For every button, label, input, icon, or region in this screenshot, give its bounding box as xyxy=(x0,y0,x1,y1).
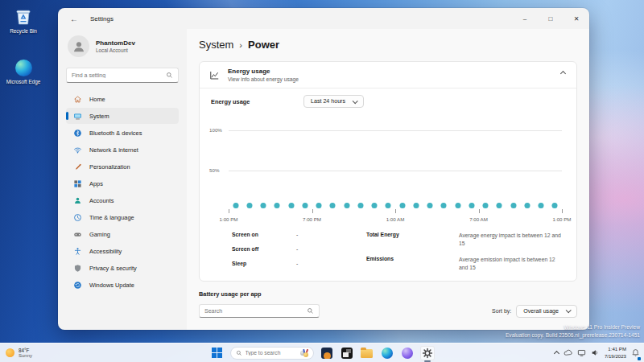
sidebar-nav: Home System Bluetooth & devices Network … xyxy=(66,91,179,293)
taskbar: 84°F Sunny 1:41 xyxy=(0,343,644,362)
taskbar-search[interactable] xyxy=(230,347,314,360)
time-icon xyxy=(73,213,82,222)
onedrive-cloud-icon[interactable] xyxy=(564,348,572,357)
main-content: System›Power Energy usage View info abou… xyxy=(187,29,589,330)
data-point xyxy=(469,203,474,208)
bell-icon xyxy=(631,348,640,357)
accounts-icon xyxy=(73,196,82,205)
windows-logo-icon xyxy=(211,347,224,360)
copilot-icon xyxy=(402,348,413,359)
close-button[interactable]: ✕ xyxy=(564,8,589,29)
sun-icon xyxy=(6,348,14,357)
system-tray: 1:41 PM 7/19/2023 xyxy=(555,346,640,360)
stat-value: - xyxy=(296,261,298,266)
weather-widget[interactable]: 84°F Sunny xyxy=(6,348,32,358)
notification-bell[interactable] xyxy=(631,346,640,360)
sidebar-item-bluetooth-devices[interactable]: Bluetooth & devices xyxy=(66,125,179,141)
clock[interactable]: 1:41 PM 7/19/2023 xyxy=(605,346,626,359)
energy-impact-stats: Total Energy Average energy impact is be… xyxy=(366,232,576,271)
search-icon xyxy=(166,72,173,79)
time-range-dropdown[interactable]: Last 24 hours xyxy=(303,95,364,108)
energy-card-header[interactable]: Energy usage View info about energy usag… xyxy=(200,62,576,88)
network-icon[interactable] xyxy=(577,348,586,357)
collapse-chevron-icon[interactable] xyxy=(560,71,566,76)
desktop-icon-recycle-bin[interactable]: Recycle Bin xyxy=(2,7,45,35)
stat-row: Sleep - xyxy=(232,261,366,266)
speaker-icon[interactable] xyxy=(591,348,600,357)
app-search-input[interactable] xyxy=(204,308,307,314)
energy-card-subtitle: View info about energy usage xyxy=(228,76,299,82)
stat-label: Screen off xyxy=(232,246,296,252)
stat-label: Screen on xyxy=(232,232,296,237)
sidebar-item-time-language[interactable]: Time & language xyxy=(66,209,179,225)
settings-search-input[interactable] xyxy=(72,72,166,78)
chevron-down-icon xyxy=(353,98,358,104)
desktop-icon-microsoft-edge[interactable]: Microsoft Edge xyxy=(2,58,45,85)
sidebar-item-label: Apps xyxy=(89,180,103,187)
sidebar-item-apps[interactable]: Apps xyxy=(66,175,179,191)
weather-temperature: 84°F xyxy=(19,348,32,353)
data-point xyxy=(427,203,433,208)
sidebar-item-label: Network & internet xyxy=(89,146,138,154)
data-point xyxy=(455,203,460,208)
taskbar-app-black[interactable] xyxy=(340,346,354,360)
taskbar-search-input[interactable] xyxy=(246,350,297,356)
energy-usage-chart: 100% 50% 1:00 PM7:00 PM1:00 AM7:00 AM1:0… xyxy=(209,113,567,225)
sidebar-item-network-internet[interactable]: Network & internet xyxy=(66,142,179,158)
settings-window: ← Settings – □ ✕ PhantomDev Local Accoun… xyxy=(58,8,589,330)
personalization-icon xyxy=(73,162,82,171)
data-point xyxy=(483,203,489,208)
data-point xyxy=(399,203,405,208)
sidebar-item-personalization[interactable]: Personalization xyxy=(66,158,179,175)
user-profile[interactable]: PhantomDev Local Account xyxy=(68,35,177,57)
tray-chevron-up-icon[interactable] xyxy=(554,351,559,356)
minimize-button[interactable]: – xyxy=(512,8,538,29)
taskbar-file-explorer[interactable] xyxy=(360,346,374,360)
sidebar-item-privacy-security[interactable]: Privacy & security xyxy=(66,260,179,276)
edge-icon xyxy=(14,58,33,77)
sort-dropdown[interactable]: Overall usage xyxy=(516,305,577,318)
stat-value: - xyxy=(296,232,298,237)
start-button[interactable] xyxy=(210,346,225,360)
battery-section-title: Battery usage per app xyxy=(199,290,577,298)
folder-icon xyxy=(361,349,373,358)
edge-icon xyxy=(382,348,393,359)
taskbar-edge[interactable] xyxy=(380,346,394,360)
data-point xyxy=(330,203,336,208)
user-name: PhantomDev xyxy=(96,39,135,47)
privacy-icon xyxy=(73,264,82,273)
data-point xyxy=(261,203,266,208)
chart-plot-area: 1:00 PM7:00 PM1:00 AM7:00 AM1:00 PM xyxy=(229,113,562,211)
breadcrumb-system[interactable]: System xyxy=(199,39,233,51)
sidebar-item-windows-update[interactable]: Windows Update xyxy=(66,277,179,293)
gaming-icon xyxy=(73,230,82,239)
data-point xyxy=(524,203,530,208)
app-search[interactable] xyxy=(199,304,320,318)
sidebar-item-label: Accessibility xyxy=(89,248,122,255)
data-point xyxy=(552,203,558,208)
sidebar-item-accessibility[interactable]: Accessibility xyxy=(66,243,179,259)
x-axis-tick xyxy=(479,209,480,213)
tray-date: 7/19/2023 xyxy=(605,353,626,360)
energy-usage-card: Energy usage View info about energy usag… xyxy=(199,61,577,282)
maximize-button[interactable]: □ xyxy=(538,8,564,29)
sidebar-item-accounts[interactable]: Accounts xyxy=(66,192,179,208)
x-axis-label: 1:00 PM xyxy=(219,216,237,222)
sidebar-item-system[interactable]: System xyxy=(66,108,179,124)
chevron-down-icon xyxy=(566,307,572,313)
back-button[interactable]: ← xyxy=(68,14,80,23)
page-title: Power xyxy=(248,39,279,51)
window-titlebar[interactable]: ← Settings – □ ✕ xyxy=(58,8,589,29)
x-axis-tick xyxy=(229,209,229,213)
data-point xyxy=(539,203,544,208)
settings-search[interactable] xyxy=(66,68,179,83)
taskbar-app-media[interactable] xyxy=(320,346,334,360)
taskbar-copilot[interactable] xyxy=(400,346,415,360)
desktop-icon-label: Recycle Bin xyxy=(10,28,37,35)
sidebar-item-home[interactable]: Home xyxy=(66,91,179,107)
taskbar-settings[interactable] xyxy=(420,346,435,360)
sidebar-item-gaming[interactable]: Gaming xyxy=(66,226,179,242)
selected-accent-bar xyxy=(66,112,68,120)
stat-row: Total Energy Average energy impact is be… xyxy=(366,232,565,247)
x-axis-label: 7:00 AM xyxy=(469,216,488,222)
